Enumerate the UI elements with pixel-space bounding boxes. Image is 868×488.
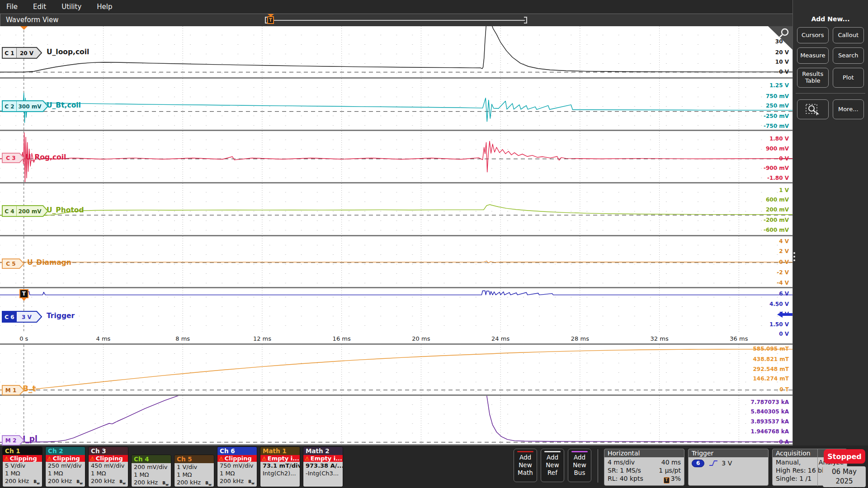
cursors-button[interactable]: Cursors (797, 27, 829, 43)
time-tick-label: 8 ms (175, 335, 190, 342)
badge-row: 1 MΩ (5, 469, 40, 477)
trace-name-label-c5[interactable]: U_Diamagn (27, 258, 71, 267)
add-new-bus-button[interactable]: AddNewBus (568, 449, 591, 482)
waveform-slice-c1[interactable]: 30 V20 V10 V0 VC 120 VU_loop,coil (0, 26, 793, 77)
trigger-source-marker-icon[interactable]: T (19, 289, 28, 298)
add-new-ref-button[interactable]: AddNewRef (541, 449, 564, 482)
channel-badge-c6[interactable]: C 63 V (2, 311, 42, 323)
menu-item-help[interactable]: Help (97, 3, 112, 11)
scale-label-c6: 6 V (779, 291, 789, 297)
trace-name-label-c4[interactable]: U_Photod (47, 206, 84, 214)
scale-label-c4: 600 mV (766, 197, 789, 203)
horizontal-panel[interactable]: Horizontal 4 ms/div40 ms SR: 1 MS/s1 µs/… (604, 449, 684, 486)
waveform-area[interactable]: 30 V20 V10 V0 VC 120 VU_loop,coil1.25 V7… (0, 26, 793, 446)
trace-c4 (0, 205, 793, 216)
trace-name-label-m1[interactable]: B_t (23, 384, 36, 393)
trace-name-label-c6[interactable]: Trigger (47, 312, 75, 320)
bottom-badge-ch-1[interactable]: Ch 1⚠Clipping5 V/div1 MΩ200 kHzBw (2, 446, 42, 487)
slice-divider (0, 77, 793, 79)
horizontal-window: 40 ms (661, 458, 681, 466)
waveform-slice-c6[interactable]: 6 V4.50 V3 V1.50 V0 VC 63 VTrigger (0, 288, 793, 332)
search-button[interactable]: Search (833, 47, 864, 64)
bottom-badge-ch-2[interactable]: Ch 2⚠Clipping250 mV/div1 MΩ200 kHzBw (45, 446, 85, 487)
trace-name-label-c2[interactable]: U_Bt,coil (47, 101, 81, 109)
results-table-button[interactable]: Results Table (797, 68, 829, 88)
panel-grip-handle[interactable] (793, 250, 795, 263)
overview-right-bracket (524, 17, 527, 23)
acquisition-resolution: High Res: 16 bits (776, 466, 830, 474)
waveform-slice-c5[interactable]: 4 V2 V0 V-2 V-4 VC 5U_Diamagn (0, 236, 793, 287)
trigger-level-arrow-icon[interactable] (777, 311, 793, 318)
scale-label-c6: 1.50 V (769, 321, 789, 328)
bottom-bar: Ch 1⚠Clipping5 V/div1 MΩ200 kHzBwCh 2⚠Cl… (0, 446, 868, 488)
waveform-slice-c4[interactable]: 1 V600 mV200 mV-200 mV-600 mVC 4200 mVU_… (0, 183, 793, 235)
run-stop-status-button[interactable]: Stopped (824, 449, 865, 464)
badge-row: 200 kHzBw (91, 477, 126, 485)
bottom-badge-ch-4[interactable]: Ch 4200 mV/div1 MΩ200 kHzBw (131, 455, 171, 487)
acquisition-mode: Manual, (776, 458, 801, 466)
scale-label-c4: 1 V (779, 187, 789, 193)
waveform-view-titlebar[interactable]: Waveform View T (0, 14, 793, 26)
trace-name-label-c3[interactable]: U_Rog,coil (25, 153, 66, 161)
bottom-badge-ch-6[interactable]: Ch 6⚠Clipping750 mV/div1 MΩ200 kHzBw (217, 446, 257, 487)
box-zoom-button[interactable] (797, 99, 829, 119)
bandwidth-icon: Bw (33, 478, 40, 487)
badge-warning: ⚠Clipping (217, 455, 257, 462)
waveform-slice-c2[interactable]: 1.25 V750 mV250 mV-250 mV-750 mVC 2300 m… (0, 79, 793, 130)
waveform-slice-c3[interactable]: 1.80 V900 mV0 V-900 mV-1.80 VC 3U_Rog,co… (0, 131, 793, 182)
more-button[interactable]: More... (833, 99, 864, 119)
trace-name-label-m2[interactable]: I_pl (23, 434, 38, 443)
trace-name-label-c1[interactable]: U_loop,coil (47, 48, 89, 56)
bus-color-stripe (571, 451, 588, 452)
view-title: Waveform View (6, 16, 59, 24)
channel-badge-c2[interactable]: C 2300 mV (2, 100, 48, 112)
trigger-position-marker-icon[interactable] (20, 26, 28, 30)
bottom-badge-ch-3[interactable]: Ch 3⚠Clipping450 mV/div1 MΩ200 kHzBw (88, 446, 128, 487)
ref-color-stripe (544, 451, 561, 452)
waveform-slice-m2[interactable]: 7.787073 kA5.840305 kA3.893537 kA1.94676… (0, 396, 793, 444)
channel-badge-c5[interactable]: C 5 (2, 258, 24, 269)
measure-button[interactable]: Measure (797, 47, 829, 64)
add-new-math-button[interactable]: AddNewMath (514, 449, 537, 482)
horizontal-panel-title: Horizontal (604, 449, 684, 457)
waveform-slice-m1[interactable]: 585.095 mT438.821 mT292.548 mT146.274 mT… (0, 345, 793, 394)
acquisition-overview-bar[interactable] (268, 20, 525, 21)
badge-warning: ⚠Clipping (89, 455, 128, 462)
scale-label-c1: 0 V (779, 69, 789, 75)
trigger-panel[interactable]: Trigger 6 3 V (688, 449, 769, 486)
scale-label-c6: 0 V (779, 331, 789, 337)
menu-item-utility[interactable]: Utility (61, 3, 81, 11)
slice-divider (0, 130, 793, 131)
datetime-display[interactable]: 06 May 2025 4:45:15 PM (823, 466, 866, 487)
callout-button[interactable]: Callout (833, 27, 864, 43)
slice-divider (0, 343, 793, 345)
trigger-source-badge: 6 (692, 460, 704, 467)
warning-icon: ⚠ (90, 455, 95, 462)
scale-label-c4: 200 mV (766, 206, 789, 213)
menu-item-edit[interactable]: Edit (33, 3, 46, 11)
svg-text:C 6: C 6 (5, 314, 14, 320)
time-tick-label: 32 ms (651, 335, 669, 342)
scale-label-c2: 250 mV (766, 103, 789, 109)
trace-m2 (0, 396, 793, 442)
scale-label-m2: 0 A (779, 439, 789, 445)
channel-badge-c3[interactable]: C 3 (2, 153, 24, 163)
channel-badge-c1[interactable]: C 120 V (2, 47, 42, 59)
plot-button[interactable]: Plot (833, 68, 864, 88)
overview-trigger-icon[interactable]: T (267, 16, 274, 24)
acquisition-count: Single: 1 /1 (776, 474, 811, 483)
bottom-badge-ch-5[interactable]: Ch 51 V/div1 MΩ200 kHzBw (174, 455, 214, 487)
channel-badge-m1[interactable]: M 1 (2, 385, 24, 395)
svg-text:C 2: C 2 (5, 103, 14, 110)
scale-label-c1: 20 V (775, 49, 789, 56)
scale-label-m1: 438.821 mT (753, 356, 789, 362)
status-separator (817, 449, 818, 486)
menu-item-file[interactable]: File (6, 3, 18, 11)
bottom-badge-math-1[interactable]: Math 1⚠Empty i...73.1 mT/divIntg(Ch2)... (260, 446, 300, 487)
bandwidth-icon: Bw (76, 478, 83, 487)
trace-c3 (0, 133, 793, 182)
channel-badge-c4[interactable]: C 4200 mV (2, 205, 48, 217)
bandwidth-icon: Bw (205, 479, 212, 487)
channel-badge-m2[interactable]: M 2 (2, 435, 24, 446)
bottom-badge-math-2[interactable]: Math 2⚠Empty i...973.38 A/...-Intg(Ch3..… (303, 446, 343, 487)
